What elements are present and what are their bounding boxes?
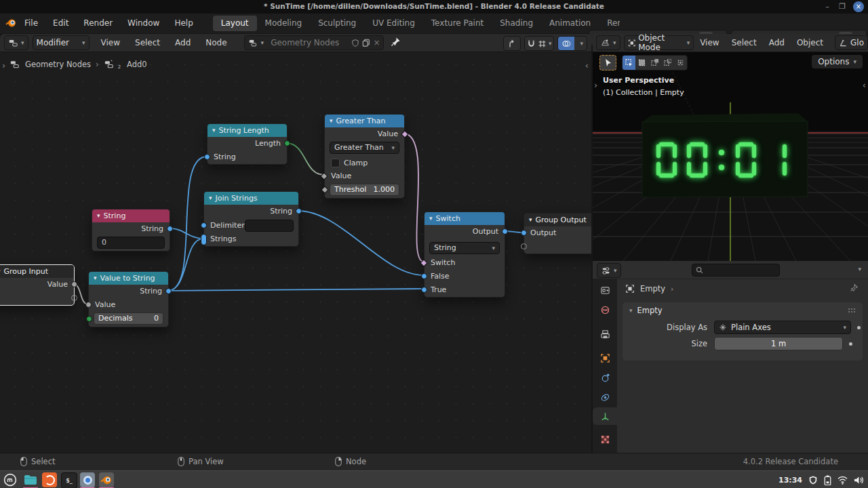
tab-output-properties[interactable] — [593, 325, 617, 343]
active-tool-button[interactable] — [599, 55, 616, 70]
socket-length-output[interactable] — [284, 140, 290, 146]
blender-app-button[interactable] — [99, 472, 114, 487]
node-tree-selector[interactable]: ▾ Geometry Nodes × — [244, 35, 384, 50]
new-node-tree-button[interactable] — [362, 39, 370, 47]
battery-icon[interactable] — [824, 475, 831, 485]
empty-panel-header[interactable]: ▾ Empty — [623, 302, 863, 318]
tab-render-properties[interactable] — [593, 281, 617, 299]
select-mode-subtract[interactable] — [661, 56, 674, 70]
node-string-length[interactable]: ▾String Length Length String — [207, 123, 288, 165]
node-group-input[interactable]: ▾Group Input Value — [0, 264, 75, 306]
socket-virtual-input[interactable] — [521, 243, 527, 249]
workspace-tab-uv-editing[interactable]: UV Editing — [364, 16, 423, 31]
threshold-field[interactable]: Threshol1.000 — [330, 184, 399, 196]
tab-physics-properties[interactable] — [593, 369, 617, 386]
node-editor-canvas[interactable]: › ‹ Geometry Nodes › 2 Add0 — [0, 52, 591, 453]
tab-constraints-properties[interactable] — [593, 388, 617, 406]
snap-mode-chevron[interactable]: ▾ — [549, 41, 552, 47]
socket-string-output[interactable] — [165, 288, 172, 294]
shield-icon[interactable] — [808, 475, 818, 485]
vp-right-panel-toggle[interactable]: ‹ — [863, 80, 866, 90]
select-mode-extend[interactable] — [648, 56, 661, 70]
select-mode-tweak[interactable] — [623, 56, 635, 70]
overlays-chevron[interactable]: ▾ — [576, 41, 587, 47]
node-header[interactable]: ▾Group Input — [0, 265, 74, 278]
editor-type-button[interactable]: ▾ — [4, 35, 28, 50]
size-slider[interactable]: 1 m — [714, 337, 843, 350]
node-header[interactable]: ▾Join Strings — [204, 192, 298, 205]
terminal-button[interactable]: $_ — [61, 472, 77, 488]
shader-type-dropdown[interactable]: Modifier▾ — [33, 35, 90, 50]
vp-menu-select[interactable]: Select — [726, 34, 763, 52]
socket-value-output[interactable] — [71, 281, 77, 287]
node-value-to-string[interactable]: ▾Value to String String Value Decimals0 — [88, 271, 169, 327]
ne-menu-add[interactable]: Add — [167, 33, 198, 53]
menu-help[interactable]: Help — [167, 14, 200, 33]
ne-menu-select[interactable]: Select — [127, 33, 167, 53]
tab-object-data-properties[interactable] — [593, 407, 617, 425]
node-greater-than[interactable]: ▾Greater Than Value Greater Than▾ Clamp … — [324, 114, 405, 199]
minimize-button[interactable]: – — [822, 1, 833, 12]
switch-type-dropdown[interactable]: String▾ — [429, 242, 500, 254]
snap-magnet-icon[interactable] — [527, 39, 536, 48]
go-parent-tree-button[interactable] — [503, 36, 521, 51]
close-button[interactable]: × — [853, 1, 864, 12]
menu-file[interactable]: File — [17, 14, 45, 33]
delimiter-field[interactable] — [245, 220, 294, 232]
mint-menu-button[interactable] — [3, 472, 18, 487]
vp-editor-type-button[interactable]: ▾ — [596, 35, 620, 50]
tray-clock[interactable]: 13:34 — [778, 476, 802, 485]
socket-string-output[interactable] — [167, 226, 173, 232]
workspace-tab-layout[interactable]: Layout — [213, 16, 257, 31]
string-value-field[interactable]: 0 — [97, 237, 165, 249]
overlays-toggle[interactable] — [558, 37, 574, 50]
socket-output[interactable] — [502, 228, 508, 235]
fake-user-shield-icon[interactable] — [351, 39, 359, 47]
menu-render[interactable]: Render — [76, 14, 120, 33]
props-breadcrumb-object[interactable]: Empty — [640, 284, 665, 293]
transform-orientation-dropdown[interactable]: Glo — [835, 35, 868, 50]
display-as-dropdown[interactable]: Plain Axes ▾ — [714, 321, 851, 334]
snap-mode-icon[interactable] — [538, 39, 547, 48]
pin-icon[interactable] — [391, 37, 401, 49]
select-mode-intersect[interactable] — [674, 56, 687, 70]
workspace-tab-sculpting[interactable]: Sculpting — [310, 16, 364, 31]
socket-string-output[interactable] — [296, 208, 302, 214]
socket-string-input[interactable] — [204, 154, 210, 160]
props-search-input[interactable] — [692, 264, 780, 277]
props-pin-icon[interactable] — [850, 283, 859, 294]
browser-button[interactable] — [80, 472, 95, 487]
node-header[interactable]: ▾OutputGroup Output — [524, 214, 591, 226]
menu-window[interactable]: Window — [120, 14, 167, 33]
node-join-strings[interactable]: ▾Join Strings String Delimiter Strings — [203, 191, 299, 247]
vp-menu-add[interactable]: Add — [763, 34, 791, 52]
node-header[interactable]: ▾String — [92, 209, 170, 222]
socket-output-input[interactable] — [521, 230, 527, 236]
volume-icon[interactable] — [854, 476, 864, 485]
socket-strings-multi-input[interactable] — [201, 234, 207, 245]
workspace-tab-texture-paint[interactable]: Texture Paint — [423, 16, 492, 31]
animate-display-as-dot[interactable] — [857, 326, 861, 329]
node-header[interactable]: ▾Switch — [425, 212, 505, 225]
workspace-tab-shading[interactable]: Shading — [492, 16, 541, 31]
operation-dropdown[interactable]: Greater Than▾ — [330, 142, 399, 154]
props-options-chevron[interactable]: ▾ — [858, 266, 861, 272]
panel-collapse-icon[interactable]: ▾ — [629, 308, 633, 314]
animate-size-dot[interactable] — [849, 342, 852, 346]
tab-object-properties[interactable] — [593, 349, 617, 367]
panel-grip-icon[interactable] — [848, 308, 856, 313]
socket-false-input[interactable] — [421, 273, 427, 279]
blender-logo-icon[interactable] — [5, 18, 17, 30]
options-dropdown[interactable]: Options▾ — [812, 55, 863, 68]
decimals-field[interactable]: Decimals0 — [94, 312, 163, 325]
wifi-icon[interactable] — [837, 476, 848, 485]
tab-texture-properties[interactable] — [593, 430, 617, 448]
viewport-3d[interactable]: Options▾ User Perspective (1) Collection… — [593, 52, 868, 261]
props-editor-type-button[interactable]: ▾ — [597, 263, 621, 278]
node-switch[interactable]: ▾Switch Output String▾ Switch False True — [424, 211, 505, 298]
clamp-checkbox[interactable] — [331, 159, 340, 167]
maximize-button[interactable]: ❐ — [837, 1, 848, 12]
file-manager-button[interactable] — [23, 472, 38, 487]
unlink-node-tree-button[interactable]: × — [373, 38, 380, 47]
vp-menu-object[interactable]: Object — [791, 34, 829, 52]
